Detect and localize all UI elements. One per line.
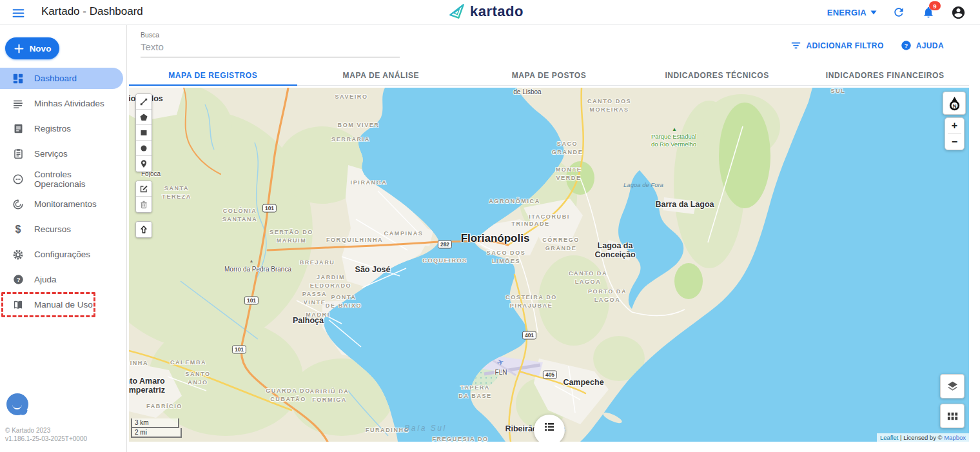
sidebar-item-label: Manual de Uso bbox=[34, 300, 93, 310]
attribution-text: | Licensed by © bbox=[898, 434, 944, 441]
sidebar: Novo DashboardMinhas AtividadesRegistros… bbox=[0, 25, 127, 452]
scale-km: 3 km bbox=[131, 418, 179, 428]
legend-button[interactable] bbox=[534, 415, 565, 442]
add-filter-label: ADICIONAR FILTRO bbox=[806, 41, 883, 50]
help-circle-icon: ? bbox=[901, 40, 912, 51]
sidebar-footer: © Kartado 2023 v1.186.1-25-03-2025T+0000 bbox=[5, 426, 87, 443]
logo-triangle-icon bbox=[448, 3, 466, 20]
tab-mapa-de-analise[interactable]: MAPA DE ANÁLISE bbox=[297, 65, 466, 85]
zoom-out-button[interactable]: − bbox=[945, 134, 964, 150]
draw-tool-group bbox=[135, 181, 152, 213]
sidebar-item-label: Ajuda bbox=[34, 275, 57, 284]
basemap-graphic bbox=[129, 88, 969, 442]
mapbox-link[interactable]: Mapbox bbox=[944, 434, 966, 441]
scale-bar: 3 km 2 mi bbox=[131, 418, 182, 438]
list-icon bbox=[543, 420, 556, 433]
draw-tool-group bbox=[135, 93, 152, 172]
grid-icon bbox=[946, 410, 959, 422]
sidebar-item-label: Recursos bbox=[34, 224, 71, 234]
sidebar-item-label: Serviços bbox=[34, 149, 68, 159]
controls-icon bbox=[12, 173, 24, 186]
svg-text:?: ? bbox=[16, 277, 20, 283]
sidebar-menu: DashboardMinhas AtividadesRegistrosServi… bbox=[0, 68, 126, 319]
sidebar-item-controles-operacionais[interactable]: Controles Operacionais bbox=[0, 168, 123, 190]
chevron-down-icon bbox=[870, 10, 877, 15]
edit-icon bbox=[139, 184, 148, 193]
circle-icon bbox=[139, 144, 148, 153]
layers-button[interactable] bbox=[940, 374, 965, 398]
account-button[interactable] bbox=[950, 5, 966, 20]
delete-layers-button[interactable] bbox=[136, 197, 152, 212]
menu-icon bbox=[12, 6, 25, 20]
refresh-button[interactable] bbox=[891, 5, 906, 20]
sidebar-item-dashboard[interactable]: Dashboard bbox=[0, 68, 123, 89]
grid-view-button[interactable] bbox=[940, 404, 965, 428]
draw-polyline-button[interactable] bbox=[136, 94, 152, 110]
search-input[interactable] bbox=[141, 40, 400, 57]
sidebar-item-servicos[interactable]: Serviços bbox=[0, 143, 123, 164]
sidebar-item-registros[interactable]: Registros bbox=[0, 118, 123, 139]
account-icon bbox=[951, 5, 966, 20]
sidebar-item-monitoramentos[interactable]: Monitoramentos bbox=[0, 193, 123, 215]
sidebar-item-recursos[interactable]: $Recursos bbox=[0, 219, 123, 240]
marker-icon bbox=[139, 159, 148, 168]
upload-file-button[interactable] bbox=[136, 222, 152, 237]
draw-marker-button[interactable] bbox=[136, 156, 152, 172]
sidebar-item-label: Minhas Atividades bbox=[34, 99, 104, 108]
zoom-in-button[interactable]: + bbox=[945, 118, 964, 133]
sidebar-item-minhas-atividades[interactable]: Minhas Atividades bbox=[0, 93, 123, 114]
refresh-icon bbox=[892, 6, 905, 19]
services-icon bbox=[12, 148, 24, 161]
layers-icon bbox=[946, 380, 959, 393]
settings-icon bbox=[12, 248, 24, 261]
kartado-logo: kartado bbox=[448, 3, 524, 20]
draw-toolbar bbox=[135, 93, 152, 246]
add-filter-button[interactable]: ADICIONAR FILTRO bbox=[790, 40, 883, 51]
map-attribution: Leaflet | Licensed by © Mapbox bbox=[877, 433, 969, 442]
sidebar-item-manual-de-uso[interactable]: Manual de Uso bbox=[0, 294, 123, 315]
search-label: Busca bbox=[141, 31, 159, 39]
compass-icon: N bbox=[947, 96, 962, 111]
zoom-control: + − bbox=[945, 117, 965, 150]
org-selector-dropdown[interactable]: ENERGIA bbox=[827, 8, 877, 17]
sidebar-item-label: Dashboard bbox=[34, 74, 77, 83]
draw-tool-group bbox=[135, 221, 152, 238]
hamburger-menu-icon[interactable] bbox=[10, 5, 26, 21]
notification-badge: 9 bbox=[929, 1, 941, 10]
org-selector-label: ENERGIA bbox=[827, 8, 867, 17]
draw-circle-button[interactable] bbox=[136, 141, 152, 156]
sidebar-item-label: Configurações bbox=[34, 250, 90, 259]
chat-widget-button[interactable] bbox=[6, 393, 28, 415]
help-button[interactable]: ? AJUDA bbox=[901, 40, 944, 51]
edit-layers-button[interactable] bbox=[136, 181, 152, 197]
dashboard-icon bbox=[12, 72, 24, 85]
sidebar-item-label: Registros bbox=[34, 124, 71, 133]
polyline-icon bbox=[139, 97, 148, 106]
tab-mapa-de-postos[interactable]: MAPA DE POSTOS bbox=[465, 65, 633, 85]
top-app-bar: Kartado - Dashboard kartado ENERGIA 9 bbox=[0, 0, 980, 25]
map-canvas[interactable]: Antônio CarlosSAVEIROde LisboaSULCANTO D… bbox=[129, 88, 969, 442]
tab-indicadores-tecnicos[interactable]: INDICADORES TÉCNICOS bbox=[633, 65, 801, 85]
sidebar-item-ajuda[interactable]: ?Ajuda bbox=[0, 269, 123, 290]
records-icon bbox=[12, 123, 24, 135]
resources-icon: $ bbox=[12, 223, 24, 236]
tab-mapa-de-registros[interactable]: MAPA DE REGISTROS bbox=[129, 65, 297, 85]
leaflet-link[interactable]: Leaflet bbox=[880, 434, 899, 441]
draw-rectangle-button[interactable] bbox=[136, 125, 152, 141]
monitoring-icon bbox=[12, 198, 24, 211]
compass-control[interactable]: N bbox=[943, 92, 966, 115]
tab-indicadores-financeiros[interactable]: INDICADORES FINANCEIROS bbox=[801, 65, 969, 85]
rectangle-icon bbox=[139, 128, 148, 137]
sidebar-item-label: Controles Operacionais bbox=[34, 170, 123, 189]
plus-icon bbox=[14, 43, 24, 54]
sidebar-item-label: Monitoramentos bbox=[34, 199, 97, 209]
help-label: AJUDA bbox=[916, 41, 944, 50]
notifications-button[interactable]: 9 bbox=[921, 5, 936, 20]
sidebar-item-configuracoes[interactable]: Configurações bbox=[0, 244, 123, 265]
scale-mi: 2 mi bbox=[131, 428, 182, 438]
draw-polygon-button[interactable] bbox=[136, 110, 152, 125]
polygon-icon bbox=[139, 113, 148, 122]
svg-text:N: N bbox=[952, 103, 956, 108]
filter-icon bbox=[790, 40, 801, 51]
new-button[interactable]: Novo bbox=[5, 37, 59, 59]
